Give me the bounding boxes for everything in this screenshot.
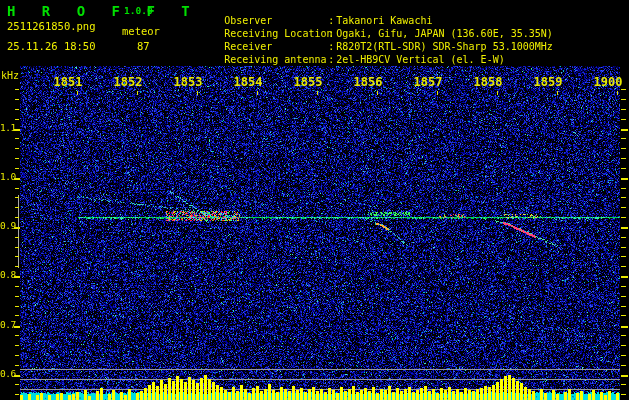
y-tick-label: 0.9 <box>0 221 14 231</box>
x-tick-label: 1856 <box>354 76 383 88</box>
info-value-receiver: R820T2(RTL-SDR) SDR-Sharp 53.1000MHz <box>336 41 553 52</box>
y-axis-unit: kHz <box>1 71 19 81</box>
echo-count: 87 <box>137 41 150 52</box>
info-label-location: Receiving Location <box>224 28 328 39</box>
date-time: 25.11.26 18:50 <box>7 41 96 52</box>
x-tick-label: 1858 <box>474 76 503 88</box>
station-info-row: Observer:Takanori Kawachi <box>188 4 553 17</box>
x-tick-label: 1857 <box>414 76 443 88</box>
x-tick-label: 1853 <box>174 76 203 88</box>
info-separator: : <box>328 41 336 52</box>
app-version: 1.0.0 <box>124 6 153 16</box>
x-tick-label: 1854 <box>234 76 263 88</box>
x-tick-label: 1852 <box>114 76 143 88</box>
info-value-location: Ogaki, Gifu, JAPAN (136.60E, 35.35N) <box>336 28 553 39</box>
info-separator: : <box>328 15 336 26</box>
info-separator: : <box>328 54 336 65</box>
y-tick-label: 1.0 <box>0 172 14 182</box>
y-tick-label: 1.1 <box>0 123 14 133</box>
y-tick-label: 0.8 <box>0 270 14 280</box>
x-tick-label: 1859 <box>534 76 563 88</box>
station-info: Observer:Takanori Kawachi Receiving Loca… <box>188 4 553 56</box>
x-tick-label: 1900 <box>594 76 623 88</box>
info-label-antenna: Receiving antenna <box>224 54 328 65</box>
x-tick-label: 1851 <box>54 76 83 88</box>
y-tick-label: 0.6 <box>0 369 14 379</box>
app-title: H R O F F T <box>7 4 199 18</box>
info-label-observer: Observer <box>224 15 328 26</box>
info-value-antenna: 2el-HB9CV Vertical (el. E-W) <box>336 54 505 65</box>
mode-label: meteor <box>122 26 160 37</box>
info-label-receiver: Receiver <box>224 41 328 52</box>
info-value-observer: Takanori Kawachi <box>336 15 432 26</box>
output-filename: 2511261850.png <box>7 21 96 32</box>
info-separator: : <box>328 28 336 39</box>
hrofft-window: H R O F F T 1.0.0 2511261850.png meteor … <box>0 0 629 400</box>
x-tick-label: 1855 <box>294 76 323 88</box>
y-tick-label: 0.7 <box>0 320 14 330</box>
